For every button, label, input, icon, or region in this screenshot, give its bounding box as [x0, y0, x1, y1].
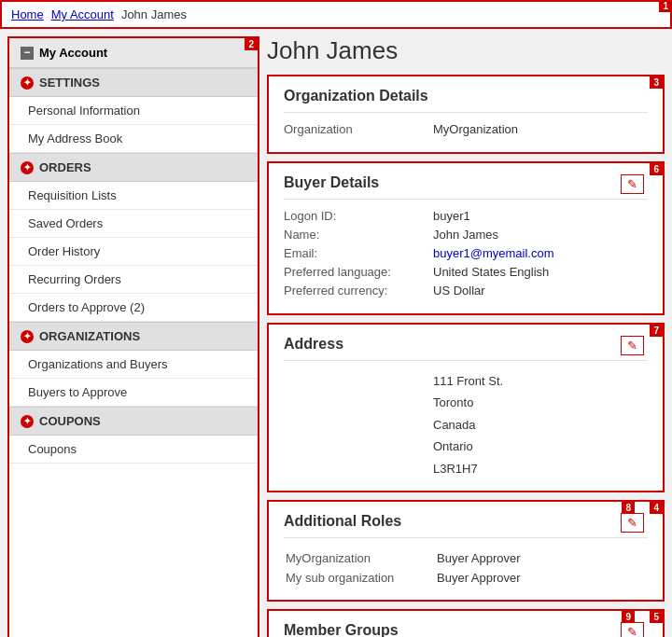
preferred-currency-value: US Dollar [433, 284, 485, 298]
sidebar-item-saved-orders[interactable]: Saved Orders [9, 210, 258, 238]
main-container: 2 − My Account ✦ SETTINGS Personal Infor… [0, 29, 672, 637]
orders-section-header: ✦ ORDERS [9, 153, 258, 182]
name-field: Name: John James [284, 228, 648, 242]
sidebar-item-my-address-book[interactable]: My Address Book [9, 125, 258, 153]
address-edit-button[interactable]: ✎ [621, 336, 644, 355]
buyer-details-edit-button[interactable]: ✎ [621, 174, 644, 194]
additional-roles-card: 4 ✎ 8 Additional Roles MyOrganization Bu… [267, 500, 665, 602]
member-groups-edit-button[interactable]: ✎ [621, 622, 644, 637]
sidebar-item-order-history[interactable]: Order History [9, 238, 258, 266]
sidebar-item-coupons[interactable]: Coupons [9, 436, 258, 464]
settings-section-header: ✦ SETTINGS [9, 68, 258, 97]
content-area: John James 3 Organization Details Organi… [267, 36, 665, 637]
address-line-2: Toronto [433, 392, 648, 413]
organizations-section-header: ✦ ORGANIZATIONS [9, 322, 258, 351]
badge-5: 5 [650, 611, 663, 623]
badge-7: 7 [650, 325, 663, 337]
name-value: John James [433, 228, 498, 242]
breadcrumb-my-account[interactable]: My Account [51, 7, 114, 21]
organization-details-title: Organization Details [284, 88, 648, 113]
address-line-3: Canada [433, 414, 648, 436]
page-title: John James [267, 36, 665, 65]
logon-id-label: Logon ID: [284, 209, 433, 223]
badge-1: 1 [659, 0, 672, 12]
table-row: My sub organization Buyer Approver [286, 569, 646, 587]
settings-icon: ✦ [21, 76, 34, 90]
organization-field: Organization MyOrganization [284, 122, 648, 136]
address-line-4: Ontario [433, 436, 648, 457]
address-block: 111 Front St. Toronto Canada Ontario L3R… [284, 370, 648, 479]
settings-label: SETTINGS [39, 76, 100, 90]
coupons-section-header: ✦ COUPONS [9, 407, 258, 436]
badge-6: 6 [650, 163, 663, 175]
badge-3: 3 [650, 76, 663, 89]
email-field: Email: buyer1@myemail.com [284, 246, 648, 260]
preferred-language-label: Preferred language: [284, 265, 433, 279]
organizations-icon: ✦ [21, 330, 34, 343]
sidebar-item-requisition-lists[interactable]: Requisition Lists [9, 182, 258, 210]
email-value[interactable]: buyer1@myemail.com [433, 246, 554, 260]
sidebar-item-recurring-orders[interactable]: Recurring Orders [9, 266, 258, 294]
address-title: Address [284, 336, 648, 361]
coupons-icon: ✦ [21, 415, 34, 428]
address-line-5: L3R1H7 [433, 458, 648, 479]
member-groups-title: Member Groups [284, 622, 648, 637]
logon-id-field: Logon ID: buyer1 [284, 209, 648, 223]
sidebar-item-orders-to-approve[interactable]: Orders to Approve (2) [9, 294, 258, 322]
member-groups-card: 5 ✎ 9 Member Groups Included in MyOrgani… [267, 609, 665, 637]
address-line-1: 111 Front St. [433, 370, 648, 392]
breadcrumb-home[interactable]: Home [11, 7, 44, 21]
sidebar-item-buyers-to-approve[interactable]: Buyers to Approve [9, 379, 258, 407]
table-row: MyOrganization Buyer Approver [286, 549, 646, 567]
additional-roles-edit-button[interactable]: ✎ [621, 513, 644, 533]
preferred-currency-label: Preferred currency: [284, 284, 433, 298]
preferred-currency-field: Preferred currency: US Dollar [284, 284, 648, 298]
breadcrumb-current: John James [121, 7, 187, 21]
additional-roles-title: Additional Roles [284, 513, 648, 538]
orders-icon: ✦ [21, 161, 34, 174]
coupons-label: COUPONS [39, 414, 101, 428]
role-org-1: MyOrganization [286, 549, 435, 567]
preferred-language-field: Preferred language: United States Englis… [284, 265, 648, 279]
sidebar-title: My Account [39, 46, 107, 60]
organization-details-card: 3 Organization Details Organization MyOr… [267, 75, 665, 154]
roles-table: MyOrganization Buyer Approver My sub org… [284, 547, 648, 589]
role-org-2: My sub organization [286, 569, 435, 587]
sidebar: 2 − My Account ✦ SETTINGS Personal Infor… [7, 36, 259, 637]
role-value-2: Buyer Approver [437, 569, 646, 587]
organization-value: MyOrganization [433, 122, 518, 136]
preferred-language-value: United States English [433, 265, 549, 279]
collapse-icon[interactable]: − [21, 47, 34, 60]
sidebar-header: − My Account [9, 38, 258, 68]
breadcrumb: Home My Account John James [0, 0, 672, 29]
badge-9: 9 [622, 611, 635, 623]
badge-2: 2 [245, 38, 258, 50]
email-label: Email: [284, 246, 433, 260]
organizations-label: ORGANIZATIONS [39, 329, 140, 343]
address-card: 7 ✎ Address 111 Front St. Toronto Canada… [267, 323, 665, 492]
logon-id-value: buyer1 [433, 209, 470, 223]
name-label: Name: [284, 228, 433, 242]
badge-4: 4 [650, 502, 663, 514]
organization-label: Organization [284, 122, 433, 136]
buyer-details-card: 6 ✎ Buyer Details Logon ID: buyer1 Name:… [267, 161, 665, 315]
buyer-details-title: Buyer Details [284, 174, 648, 200]
orders-label: ORDERS [39, 160, 91, 174]
badge-8: 8 [622, 502, 635, 514]
role-value-1: Buyer Approver [437, 549, 646, 567]
sidebar-item-organizations-and-buyers[interactable]: Organizations and Buyers [9, 351, 258, 379]
sidebar-item-personal-information[interactable]: Personal Information [9, 97, 258, 125]
